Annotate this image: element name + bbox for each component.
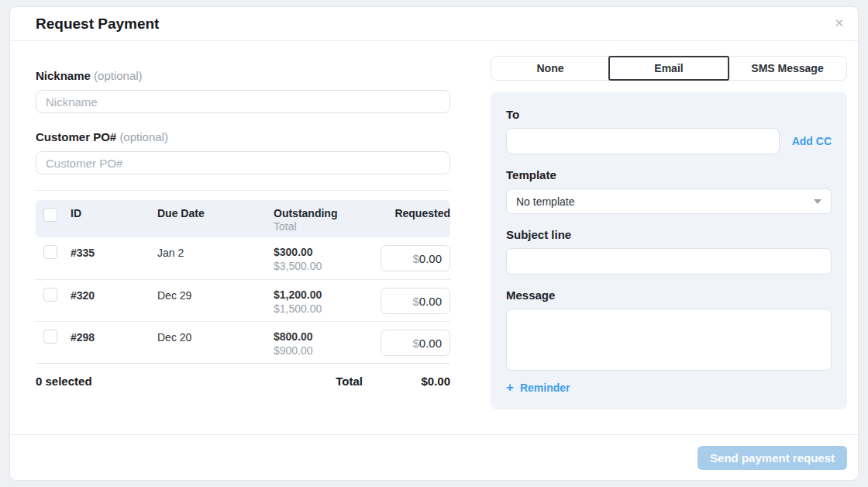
delivery-tabs: None Email SMS Message	[491, 56, 847, 81]
modal-header: Request Payment ✕	[10, 7, 858, 41]
nickname-label-text: Nickname	[36, 69, 91, 82]
nickname-optional-text: (optional)	[94, 69, 143, 82]
modal-footer: Send payment request	[10, 434, 858, 480]
tab-sms-message[interactable]: SMS Message	[728, 57, 846, 80]
row-check-cell	[43, 237, 71, 259]
col-due-date: Due Date	[157, 200, 274, 219]
nickname-input[interactable]	[36, 90, 450, 113]
tab-none[interactable]: None	[491, 57, 609, 80]
plus-icon: +	[506, 382, 514, 394]
customer-po-optional-text: (optional)	[119, 130, 168, 143]
customer-po-input[interactable]	[36, 151, 450, 174]
subject-line-label: Subject line	[506, 228, 832, 242]
invoice-table-header: ID Due Date Outstanding Total Requested	[36, 200, 450, 237]
requested-cell: $0.00	[381, 322, 450, 356]
total-label: Total	[336, 375, 363, 388]
outstanding-amount: $300.00	[274, 246, 381, 258]
row-checkbox[interactable]	[43, 288, 57, 302]
row-checkbox[interactable]	[43, 245, 57, 259]
request-payment-modal: Request Payment ✕ Nickname (optional) Cu…	[9, 6, 859, 481]
nickname-label: Nickname (optional)	[36, 69, 450, 83]
customer-po-label: Customer PO# (optional)	[36, 130, 450, 144]
total-value: $0.00	[363, 375, 450, 388]
requested-amount-input[interactable]: $0.00	[381, 330, 450, 356]
requested-amount-input[interactable]: $0.00	[381, 288, 450, 314]
currency-symbol: $	[412, 295, 418, 308]
outstanding-total: $1,500.00	[274, 302, 381, 315]
outstanding-cell: $1,200.00 $1,500.00	[274, 280, 381, 315]
subject-line-input[interactable]	[506, 248, 832, 275]
select-all-checkbox[interactable]	[43, 208, 57, 222]
selected-count: 0 selected	[36, 375, 336, 388]
table-divider	[36, 190, 450, 191]
requested-value: 0.00	[419, 295, 442, 308]
col-id: ID	[71, 200, 157, 219]
invoice-id-link[interactable]: #320	[71, 280, 157, 302]
add-reminder-link[interactable]: Reminder	[520, 382, 570, 394]
template-selected-value: No template	[516, 195, 574, 208]
currency-symbol: $	[412, 252, 418, 265]
customer-po-label-text: Customer PO#	[36, 130, 116, 143]
outstanding-total: $3,500.00	[274, 260, 381, 272]
row-checkbox[interactable]	[43, 330, 57, 344]
outstanding-amount: $1,200.00	[274, 288, 381, 301]
select-all-cell	[43, 200, 71, 222]
requested-amount-input[interactable]: $0.00	[381, 245, 450, 271]
invoice-id-link[interactable]: #298	[71, 322, 157, 344]
chevron-down-icon	[814, 199, 822, 204]
to-row: Add CC	[506, 128, 832, 154]
add-cc-link[interactable]: Add CC	[792, 135, 832, 147]
row-check-cell	[43, 280, 71, 302]
template-label: Template	[506, 168, 832, 182]
col-outstanding-sub: Total	[274, 220, 381, 233]
send-payment-request-button[interactable]: Send payment request	[698, 446, 847, 470]
requested-value: 0.00	[419, 337, 442, 350]
col-outstanding-text: Outstanding	[274, 207, 381, 219]
email-panel: To Add CC Template No template Subject l…	[491, 92, 847, 409]
close-icon[interactable]: ✕	[834, 16, 844, 31]
table-row: #335 Jan 2 $300.00 $3,500.00 $0.00	[36, 237, 450, 279]
table-footer: 0 selected Total $0.00	[36, 363, 450, 388]
outstanding-cell: $800.00 $900.00	[274, 322, 381, 357]
table-row: #298 Dec 20 $800.00 $900.00 $0.00	[36, 321, 450, 363]
col-requested: Requested	[381, 200, 450, 219]
template-select[interactable]: No template	[506, 188, 832, 214]
due-date-cell: Dec 20	[157, 322, 274, 344]
outstanding-total: $900.00	[274, 344, 381, 357]
message-label: Message	[506, 288, 832, 302]
requested-cell: $0.00	[381, 280, 450, 314]
tab-email[interactable]: Email	[608, 56, 729, 81]
to-input[interactable]	[506, 128, 780, 154]
outstanding-cell: $300.00 $3,500.00	[274, 237, 381, 272]
table-row: #320 Dec 29 $1,200.00 $1,500.00 $0.00	[36, 279, 450, 321]
to-label: To	[506, 108, 832, 122]
outstanding-amount: $800.00	[274, 330, 381, 343]
currency-symbol: $	[412, 337, 418, 350]
requested-cell: $0.00	[381, 237, 450, 271]
requested-value: 0.00	[419, 252, 442, 265]
row-check-cell	[43, 322, 71, 344]
invoice-id-link[interactable]: #335	[71, 237, 157, 259]
reminder-row: + Reminder	[506, 382, 832, 394]
message-textarea[interactable]	[506, 309, 832, 371]
col-outstanding: Outstanding Total	[274, 200, 381, 233]
due-date-cell: Dec 29	[157, 280, 274, 302]
due-date-cell: Jan 2	[157, 237, 274, 259]
page-title: Request Payment	[36, 16, 159, 33]
invoice-section: Nickname (optional) Customer PO# (option…	[36, 41, 450, 388]
